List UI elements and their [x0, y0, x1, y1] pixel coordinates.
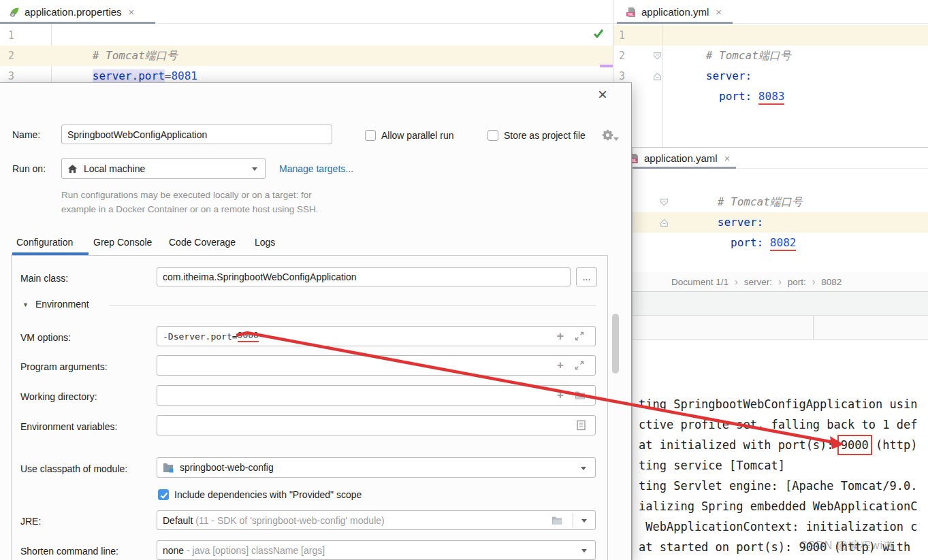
- console-line: WebApplicationContext: initialization c: [639, 516, 928, 537]
- vm-options-label: VM options:: [20, 332, 71, 343]
- working-directory-input[interactable]: +: [157, 385, 596, 406]
- tab-configuration[interactable]: Configuration: [16, 237, 73, 248]
- run-on-label: Run on:: [12, 163, 46, 174]
- tab-label: application.yml: [641, 6, 709, 18]
- yml-file-icon: YML: [626, 7, 637, 18]
- dialog-close-icon[interactable]: ×: [598, 86, 607, 103]
- yaml-port-key: port:: [718, 236, 770, 249]
- chevron-right-icon: ›: [729, 276, 744, 287]
- select-caret-icon: [581, 467, 586, 470]
- yaml-editor[interactable]: # Tomcat端口号 server: port: 8082: [632, 169, 928, 272]
- breadcrumb-port[interactable]: port:: [788, 277, 806, 287]
- chevron-right-icon: ›: [772, 276, 788, 287]
- equals-sign: =: [165, 69, 172, 82]
- add-icon[interactable]: +: [557, 359, 564, 372]
- vm-port-9000: 9000: [238, 330, 259, 342]
- gear-icon[interactable]: [602, 129, 613, 141]
- tab-close-icon[interactable]: ×: [129, 6, 135, 18]
- provided-scope-label: Include dependencies with "Provided" sco…: [174, 489, 362, 500]
- name-input[interactable]: SpringbootWebConfigApplication: [61, 125, 332, 144]
- use-classpath-label: Use classpath of module:: [20, 463, 127, 474]
- environment-variables-input[interactable]: [157, 415, 596, 435]
- working-directory-label: Working directory:: [20, 391, 97, 402]
- collapse-arrow-icon[interactable]: ▼: [22, 301, 29, 308]
- add-icon[interactable]: +: [557, 329, 564, 343]
- shorten-command-line-select[interactable]: none - java [options] className [args]: [157, 540, 596, 560]
- breadcrumb-server[interactable]: server:: [744, 277, 772, 287]
- tab-application-properties[interactable]: application.properties ×: [0, 0, 155, 24]
- csdn-watermark: CSDN @编程wi道: [799, 539, 895, 553]
- run-on-select[interactable]: Local machine: [61, 158, 266, 179]
- yaml-port-key: port:: [706, 90, 758, 103]
- main-class-input[interactable]: com.itheima.SpringbootWebConfigApplicati…: [157, 267, 571, 286]
- environment-variables-label: Environment variables:: [20, 421, 117, 432]
- line-number: 2: [619, 46, 625, 66]
- line-number: 2: [8, 46, 14, 66]
- environment-section-label[interactable]: Environment: [35, 299, 89, 310]
- breadcrumb-document[interactable]: Document 1/1: [671, 277, 729, 287]
- gear-caret-icon: [613, 137, 619, 141]
- vm-options-input[interactable]: -Dserver.port=9000 +: [157, 326, 596, 346]
- provided-scope-checkbox[interactable]: [158, 489, 169, 500]
- yml-editor[interactable]: 1 2 3 # Tomcat端口号 server: port: 8083: [613, 24, 928, 148]
- browse-list-icon[interactable]: [577, 420, 586, 431]
- name-label: Name:: [12, 129, 40, 140]
- tab-grep-console[interactable]: Grep Console: [93, 237, 152, 248]
- breadcrumb-value[interactable]: 8082: [821, 277, 842, 287]
- svg-text:YML: YML: [627, 12, 634, 16]
- tab-application-yml[interactable]: YML application.yml ×: [617, 0, 733, 24]
- store-as-project-file-label: Store as project file: [504, 130, 586, 141]
- tab-application-yaml[interactable]: YML application.yaml ×: [633, 148, 736, 169]
- code-line-comment: # Tomcat端口号: [53, 25, 178, 46]
- expand-icon[interactable]: [575, 361, 584, 370]
- chevron-right-icon: ›: [806, 276, 822, 287]
- program-arguments-input[interactable]: +: [157, 355, 596, 376]
- jre-select[interactable]: Default (11 - SDK of 'springboot-web-con…: [157, 510, 596, 530]
- inspections-ok-check-icon[interactable]: [593, 29, 604, 38]
- select-caret-icon: [581, 549, 587, 553]
- tab-logs[interactable]: Logs: [255, 237, 275, 248]
- properties-key: server.port: [93, 69, 165, 82]
- run-on-help-line1: Run configurations may be executed local…: [61, 190, 312, 200]
- console-line: ting Servlet engine: [Apache Tomcat/9.0.: [639, 476, 928, 496]
- toolwindow-header-row: [632, 292, 928, 316]
- properties-editor[interactable]: 1 2 3 # Tomcat端口号 server.port=8081: [0, 24, 613, 84]
- toolwindow-subheader-row: [632, 316, 928, 340]
- line-number: 3: [8, 66, 14, 84]
- dialog-scrollbar-thumb[interactable]: [612, 314, 619, 374]
- tab-label: application.properties: [25, 6, 122, 18]
- fold-marker-end-icon[interactable]: [660, 218, 669, 227]
- manage-targets-link[interactable]: Manage targets...: [279, 163, 353, 174]
- store-as-project-file-checkbox[interactable]: [487, 130, 498, 141]
- tab-label: application.yaml: [644, 152, 718, 164]
- console-line: ting SpringbootWebConfigApplication usin: [639, 394, 928, 414]
- tab-code-coverage[interactable]: Code Coverage: [169, 237, 236, 248]
- fold-marker-open-icon[interactable]: [653, 52, 662, 61]
- change-marker-stripe: [600, 65, 613, 67]
- run-console[interactable]: ting SpringbootWebConfigApplication usin…: [632, 340, 928, 560]
- code-line-port: port: 8082: [678, 212, 796, 233]
- code-line-comment: # Tomcat端口号: [678, 171, 803, 192]
- code-line-server: server:: [667, 46, 752, 66]
- code-line-port: port: 8083: [667, 66, 784, 86]
- allow-parallel-run-checkbox[interactable]: [365, 130, 376, 141]
- select-caret-icon: [252, 167, 257, 171]
- expand-icon[interactable]: [575, 331, 584, 341]
- add-icon[interactable]: +: [557, 389, 564, 402]
- code-line-server-port: server.port=8081: [53, 46, 197, 66]
- fold-marker-end-icon[interactable]: [653, 72, 662, 81]
- breadcrumb: Document 1/1 › server: › port: › 8082: [632, 272, 928, 292]
- browse-main-class-button[interactable]: ...: [576, 267, 597, 286]
- highlighted-port-9000: 9000: [841, 438, 869, 452]
- tab-close-icon[interactable]: ×: [724, 152, 731, 164]
- yaml-editor-tabbar: YML application.yaml ×: [632, 147, 928, 169]
- ide-window: application.properties × 1 2 3 # Tomcat端…: [0, 0, 928, 560]
- folder-icon[interactable]: [551, 516, 562, 525]
- classpath-module-select[interactable]: springboot-web-config: [157, 457, 596, 478]
- fold-marker-open-icon[interactable]: [660, 198, 669, 207]
- jre-label: JRE:: [20, 516, 41, 527]
- folder-icon[interactable]: [575, 391, 586, 400]
- right-editor-tabbar: YML application.yml ×: [613, 0, 928, 24]
- code-line-server: server:: [678, 192, 763, 212]
- tab-close-icon[interactable]: ×: [716, 6, 722, 18]
